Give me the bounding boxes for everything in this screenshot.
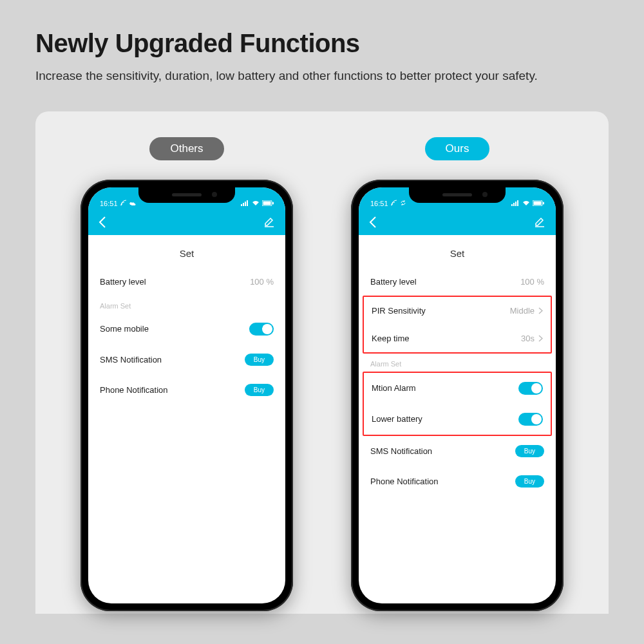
sms-label: SMS Notification (100, 355, 162, 365)
row-phone-notification[interactable]: Phone Notification Buy (359, 466, 556, 497)
column-ours: Ours 16:51 (351, 137, 564, 611)
phone-notch (409, 187, 506, 203)
svg-rect-0 (241, 204, 242, 206)
row-battery: Battery level 100 % (359, 268, 556, 296)
row-sms[interactable]: SMS Notification Buy (359, 436, 556, 466)
sync-icon (400, 200, 406, 207)
motion-alarm-label: Mtion Alarm (372, 383, 416, 393)
battery-icon (262, 200, 274, 207)
row-lower-battery[interactable]: Lower battery (364, 404, 551, 435)
edit-icon[interactable] (534, 216, 545, 228)
svg-rect-3 (247, 200, 248, 206)
pir-value: Middle (510, 306, 535, 316)
some-mobile-label: Some mobile (100, 324, 149, 334)
svg-rect-1 (243, 203, 244, 206)
buy-button-phone[interactable]: Buy (515, 475, 544, 488)
row-sms[interactable]: SMS Notification Buy (88, 345, 285, 375)
chevron-right-icon (538, 335, 543, 342)
wifi-icon (522, 200, 530, 207)
signal-icon (511, 200, 520, 207)
badge-ours: Ours (425, 137, 490, 160)
status-time: 16:51 (100, 200, 118, 207)
svg-rect-13 (543, 202, 544, 204)
badge-others: Others (149, 137, 223, 160)
status-time: 16:51 (370, 200, 388, 207)
phone-notif-label: Phone Notification (370, 477, 439, 486)
buy-button-sms[interactable]: Buy (245, 354, 274, 366)
cloud-icon (129, 200, 136, 207)
svg-rect-5 (263, 201, 271, 205)
page-title: Newly Upgraded Functions (35, 29, 609, 58)
battery-value: 100 % (250, 277, 274, 287)
group-alarm-set: Alarm Set (88, 296, 285, 314)
phone-ours: 16:51 (351, 180, 564, 611)
svg-rect-10 (517, 200, 518, 206)
row-keep-time[interactable]: Keep time 30s (364, 325, 551, 352)
chevron-right-icon (538, 307, 543, 314)
sms-label: SMS Notification (370, 446, 432, 456)
battery-value: 100 % (520, 277, 544, 287)
row-motion-alarm[interactable]: Mtion Alarm (364, 373, 551, 404)
nfc-icon (120, 200, 127, 207)
buy-button-sms[interactable]: Buy (515, 445, 544, 457)
battery-label: Battery level (370, 277, 417, 287)
pir-label: PIR Sensitivity (372, 306, 426, 316)
phone-notch (138, 187, 235, 203)
battery-icon (533, 200, 544, 207)
highlight-sensitivity-group: PIR Sensitivity Middle Keep time (363, 296, 552, 354)
toggle-lower-battery[interactable] (518, 413, 543, 426)
phone-others: 16:51 (80, 180, 293, 611)
svg-rect-7 (511, 204, 513, 206)
wifi-icon (252, 200, 260, 207)
app-header (88, 209, 285, 235)
section-title: Set (359, 235, 556, 268)
lower-battery-label: Lower battery (372, 414, 422, 424)
svg-rect-9 (515, 202, 516, 206)
content-card: Others 16:51 (35, 111, 609, 614)
section-title: Set (88, 235, 285, 268)
svg-rect-6 (272, 202, 274, 204)
svg-rect-2 (245, 202, 246, 206)
app-header (359, 209, 556, 235)
edit-icon[interactable] (263, 216, 275, 228)
buy-button-phone[interactable]: Buy (245, 384, 274, 396)
column-others: Others 16:51 (80, 137, 293, 611)
page-subtitle: Increase the sensitivity, duration, low … (35, 67, 538, 86)
toggle-motion-alarm[interactable] (518, 382, 543, 395)
phone-notif-label: Phone Notification (100, 385, 168, 395)
toggle-some-mobile[interactable] (249, 323, 274, 336)
signal-icon (241, 200, 249, 207)
svg-rect-12 (534, 201, 542, 205)
row-some-mobile[interactable]: Some mobile (88, 314, 285, 345)
svg-rect-8 (513, 203, 515, 206)
back-icon[interactable] (99, 216, 106, 228)
nfc-icon (391, 200, 397, 207)
row-battery: Battery level 100 % (88, 268, 285, 296)
keep-time-label: Keep time (372, 334, 410, 343)
highlight-alarm-group: Mtion Alarm Lower battery (363, 372, 552, 436)
keep-time-value: 30s (521, 334, 535, 343)
battery-label: Battery level (100, 277, 146, 287)
group-alarm-set: Alarm Set (359, 354, 556, 372)
row-pir-sensitivity[interactable]: PIR Sensitivity Middle (364, 297, 551, 325)
row-phone-notification[interactable]: Phone Notification Buy (88, 375, 285, 405)
back-icon[interactable] (369, 216, 377, 228)
